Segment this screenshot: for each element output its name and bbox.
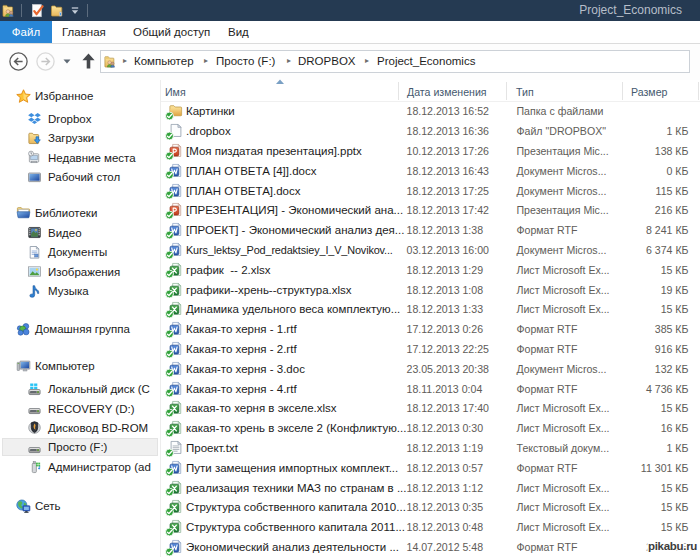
svg-text:pikabu.ru: pikabu.ru [648, 540, 697, 552]
